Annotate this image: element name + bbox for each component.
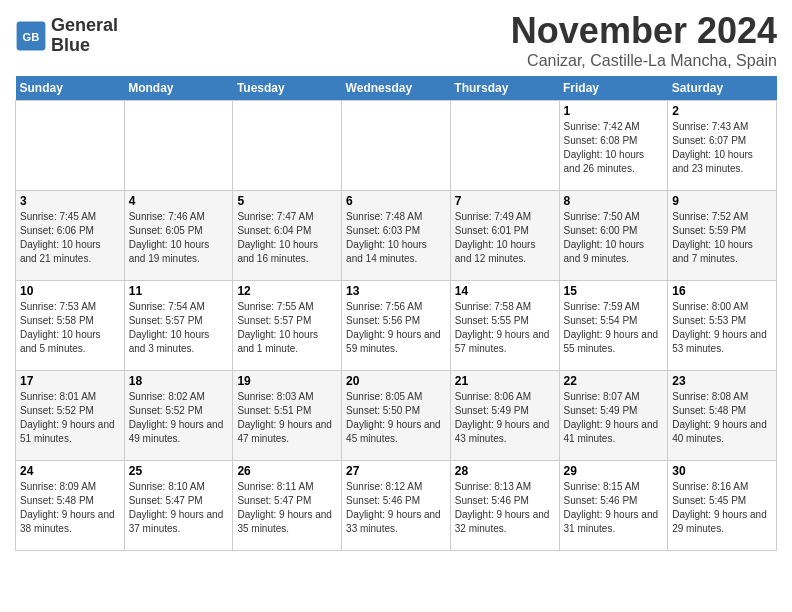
calendar-cell: 3Sunrise: 7:45 AM Sunset: 6:06 PM Daylig… — [16, 191, 125, 281]
day-number: 21 — [455, 374, 555, 388]
calendar-cell — [342, 101, 451, 191]
logo-icon: GB — [15, 20, 47, 52]
calendar-cell: 1Sunrise: 7:42 AM Sunset: 6:08 PM Daylig… — [559, 101, 668, 191]
header: GB General Blue November 2024 Canizar, C… — [15, 10, 777, 70]
day-info: Sunrise: 7:55 AM Sunset: 5:57 PM Dayligh… — [237, 300, 337, 356]
day-info: Sunrise: 7:54 AM Sunset: 5:57 PM Dayligh… — [129, 300, 229, 356]
calendar-week-3: 10Sunrise: 7:53 AM Sunset: 5:58 PM Dayli… — [16, 281, 777, 371]
calendar-cell: 27Sunrise: 8:12 AM Sunset: 5:46 PM Dayli… — [342, 461, 451, 551]
day-info: Sunrise: 7:45 AM Sunset: 6:06 PM Dayligh… — [20, 210, 120, 266]
day-number: 14 — [455, 284, 555, 298]
day-number: 29 — [564, 464, 664, 478]
calendar-cell: 10Sunrise: 7:53 AM Sunset: 5:58 PM Dayli… — [16, 281, 125, 371]
calendar-cell: 24Sunrise: 8:09 AM Sunset: 5:48 PM Dayli… — [16, 461, 125, 551]
day-number: 3 — [20, 194, 120, 208]
calendar-cell: 7Sunrise: 7:49 AM Sunset: 6:01 PM Daylig… — [450, 191, 559, 281]
calendar-cell: 21Sunrise: 8:06 AM Sunset: 5:49 PM Dayli… — [450, 371, 559, 461]
day-number: 19 — [237, 374, 337, 388]
day-info: Sunrise: 8:10 AM Sunset: 5:47 PM Dayligh… — [129, 480, 229, 536]
day-info: Sunrise: 8:06 AM Sunset: 5:49 PM Dayligh… — [455, 390, 555, 446]
day-info: Sunrise: 7:59 AM Sunset: 5:54 PM Dayligh… — [564, 300, 664, 356]
day-info: Sunrise: 8:11 AM Sunset: 5:47 PM Dayligh… — [237, 480, 337, 536]
calendar-body: 1Sunrise: 7:42 AM Sunset: 6:08 PM Daylig… — [16, 101, 777, 551]
day-number: 15 — [564, 284, 664, 298]
day-number: 26 — [237, 464, 337, 478]
weekday-header-saturday: Saturday — [668, 76, 777, 101]
calendar-cell: 29Sunrise: 8:15 AM Sunset: 5:46 PM Dayli… — [559, 461, 668, 551]
day-info: Sunrise: 7:58 AM Sunset: 5:55 PM Dayligh… — [455, 300, 555, 356]
day-info: Sunrise: 8:16 AM Sunset: 5:45 PM Dayligh… — [672, 480, 772, 536]
calendar-cell — [450, 101, 559, 191]
calendar-cell: 6Sunrise: 7:48 AM Sunset: 6:03 PM Daylig… — [342, 191, 451, 281]
day-number: 24 — [20, 464, 120, 478]
day-number: 20 — [346, 374, 446, 388]
day-number: 6 — [346, 194, 446, 208]
calendar-cell — [16, 101, 125, 191]
calendar-cell: 4Sunrise: 7:46 AM Sunset: 6:05 PM Daylig… — [124, 191, 233, 281]
day-number: 1 — [564, 104, 664, 118]
day-info: Sunrise: 7:52 AM Sunset: 5:59 PM Dayligh… — [672, 210, 772, 266]
day-number: 9 — [672, 194, 772, 208]
calendar-week-4: 17Sunrise: 8:01 AM Sunset: 5:52 PM Dayli… — [16, 371, 777, 461]
day-info: Sunrise: 8:00 AM Sunset: 5:53 PM Dayligh… — [672, 300, 772, 356]
calendar-week-5: 24Sunrise: 8:09 AM Sunset: 5:48 PM Dayli… — [16, 461, 777, 551]
calendar-cell: 12Sunrise: 7:55 AM Sunset: 5:57 PM Dayli… — [233, 281, 342, 371]
day-info: Sunrise: 8:13 AM Sunset: 5:46 PM Dayligh… — [455, 480, 555, 536]
day-number: 22 — [564, 374, 664, 388]
weekday-header-tuesday: Tuesday — [233, 76, 342, 101]
calendar-cell: 8Sunrise: 7:50 AM Sunset: 6:00 PM Daylig… — [559, 191, 668, 281]
day-number: 30 — [672, 464, 772, 478]
day-number: 2 — [672, 104, 772, 118]
calendar-header: SundayMondayTuesdayWednesdayThursdayFrid… — [16, 76, 777, 101]
day-info: Sunrise: 7:46 AM Sunset: 6:05 PM Dayligh… — [129, 210, 229, 266]
day-info: Sunrise: 7:48 AM Sunset: 6:03 PM Dayligh… — [346, 210, 446, 266]
weekday-header-sunday: Sunday — [16, 76, 125, 101]
calendar-cell: 13Sunrise: 7:56 AM Sunset: 5:56 PM Dayli… — [342, 281, 451, 371]
calendar-week-1: 1Sunrise: 7:42 AM Sunset: 6:08 PM Daylig… — [16, 101, 777, 191]
calendar-cell: 26Sunrise: 8:11 AM Sunset: 5:47 PM Dayli… — [233, 461, 342, 551]
weekday-header-friday: Friday — [559, 76, 668, 101]
day-number: 27 — [346, 464, 446, 478]
day-info: Sunrise: 7:49 AM Sunset: 6:01 PM Dayligh… — [455, 210, 555, 266]
calendar-cell: 5Sunrise: 7:47 AM Sunset: 6:04 PM Daylig… — [233, 191, 342, 281]
weekday-header-row: SundayMondayTuesdayWednesdayThursdayFrid… — [16, 76, 777, 101]
calendar-table: SundayMondayTuesdayWednesdayThursdayFrid… — [15, 76, 777, 551]
calendar-cell: 11Sunrise: 7:54 AM Sunset: 5:57 PM Dayli… — [124, 281, 233, 371]
calendar-cell: 15Sunrise: 7:59 AM Sunset: 5:54 PM Dayli… — [559, 281, 668, 371]
calendar-cell: 30Sunrise: 8:16 AM Sunset: 5:45 PM Dayli… — [668, 461, 777, 551]
calendar-week-2: 3Sunrise: 7:45 AM Sunset: 6:06 PM Daylig… — [16, 191, 777, 281]
weekday-header-wednesday: Wednesday — [342, 76, 451, 101]
day-number: 10 — [20, 284, 120, 298]
calendar-cell — [233, 101, 342, 191]
day-number: 11 — [129, 284, 229, 298]
calendar-cell: 17Sunrise: 8:01 AM Sunset: 5:52 PM Dayli… — [16, 371, 125, 461]
day-info: Sunrise: 8:15 AM Sunset: 5:46 PM Dayligh… — [564, 480, 664, 536]
day-info: Sunrise: 7:42 AM Sunset: 6:08 PM Dayligh… — [564, 120, 664, 176]
weekday-header-thursday: Thursday — [450, 76, 559, 101]
calendar-cell: 14Sunrise: 7:58 AM Sunset: 5:55 PM Dayli… — [450, 281, 559, 371]
day-info: Sunrise: 8:01 AM Sunset: 5:52 PM Dayligh… — [20, 390, 120, 446]
day-info: Sunrise: 8:09 AM Sunset: 5:48 PM Dayligh… — [20, 480, 120, 536]
month-title: November 2024 — [511, 10, 777, 52]
logo: GB General Blue — [15, 16, 118, 56]
weekday-header-monday: Monday — [124, 76, 233, 101]
day-info: Sunrise: 8:08 AM Sunset: 5:48 PM Dayligh… — [672, 390, 772, 446]
calendar-cell: 18Sunrise: 8:02 AM Sunset: 5:52 PM Dayli… — [124, 371, 233, 461]
day-number: 13 — [346, 284, 446, 298]
day-info: Sunrise: 8:12 AM Sunset: 5:46 PM Dayligh… — [346, 480, 446, 536]
day-info: Sunrise: 7:56 AM Sunset: 5:56 PM Dayligh… — [346, 300, 446, 356]
title-section: November 2024 Canizar, Castille-La Manch… — [511, 10, 777, 70]
day-info: Sunrise: 7:43 AM Sunset: 6:07 PM Dayligh… — [672, 120, 772, 176]
day-number: 23 — [672, 374, 772, 388]
day-number: 28 — [455, 464, 555, 478]
day-info: Sunrise: 8:02 AM Sunset: 5:52 PM Dayligh… — [129, 390, 229, 446]
day-info: Sunrise: 7:53 AM Sunset: 5:58 PM Dayligh… — [20, 300, 120, 356]
day-info: Sunrise: 7:47 AM Sunset: 6:04 PM Dayligh… — [237, 210, 337, 266]
calendar-cell: 23Sunrise: 8:08 AM Sunset: 5:48 PM Dayli… — [668, 371, 777, 461]
calendar-cell: 19Sunrise: 8:03 AM Sunset: 5:51 PM Dayli… — [233, 371, 342, 461]
day-number: 8 — [564, 194, 664, 208]
calendar-cell: 16Sunrise: 8:00 AM Sunset: 5:53 PM Dayli… — [668, 281, 777, 371]
day-info: Sunrise: 8:07 AM Sunset: 5:49 PM Dayligh… — [564, 390, 664, 446]
day-number: 25 — [129, 464, 229, 478]
day-number: 16 — [672, 284, 772, 298]
